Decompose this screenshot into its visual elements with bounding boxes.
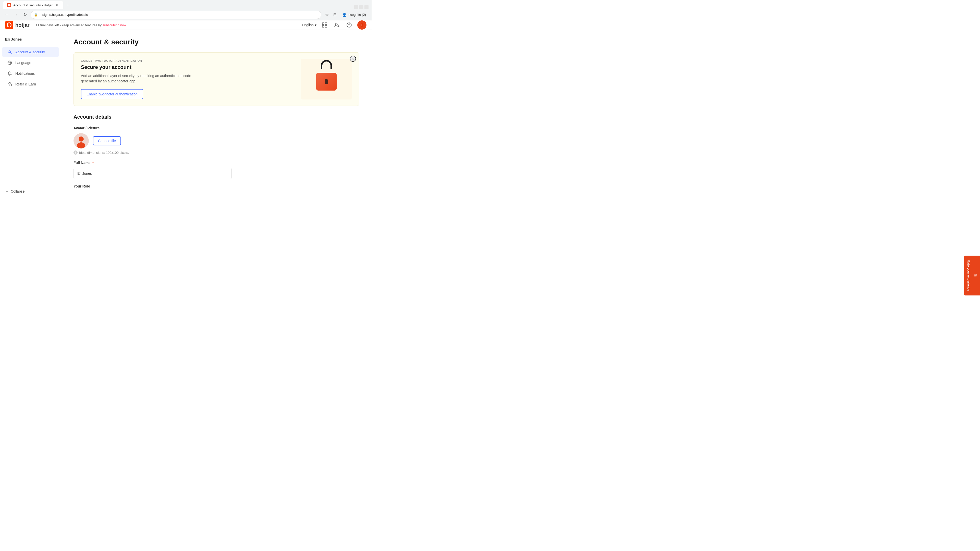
- subscribe-link[interactable]: subscribing now: [103, 23, 126, 27]
- lock-keyhole: [325, 79, 328, 84]
- sidebar-label-notifications: Notifications: [15, 71, 35, 76]
- active-tab[interactable]: Account & security - Hotjar ×: [3, 1, 63, 9]
- tab-favicon: [7, 3, 11, 7]
- sidebar-item-account-security[interactable]: Account & security: [2, 47, 59, 57]
- enable-2fa-button[interactable]: Enable two-factor authentication: [81, 89, 143, 99]
- role-label: Your Role: [73, 184, 360, 188]
- tfa-close-button[interactable]: ×: [350, 56, 356, 62]
- header-right: English ▾: [302, 21, 366, 30]
- hotjar-logo[interactable]: hotjar: [5, 21, 30, 29]
- hotjar-logo-icon: [5, 21, 13, 29]
- trial-notice: 11 trial days left - keep advanced featu…: [36, 23, 127, 27]
- add-user-button[interactable]: [333, 21, 341, 29]
- browser-toolbar: ← → ↻ 🔒 insights.hotjar.com/profile/deta…: [0, 9, 372, 21]
- back-button[interactable]: ←: [3, 11, 10, 18]
- close-button[interactable]: [364, 5, 369, 9]
- svg-rect-1: [5, 21, 13, 29]
- lang-chevron-icon: ▾: [315, 23, 317, 27]
- role-field-group: Your Role: [73, 184, 360, 188]
- avatar-field-group: Avatar / Picture Choose file: [73, 126, 360, 155]
- full-name-label: Full Name *: [73, 161, 360, 165]
- lock-body: [316, 73, 337, 91]
- forward-button[interactable]: →: [12, 11, 19, 18]
- incognito-button[interactable]: 👤 Incognito (2): [340, 12, 369, 18]
- tfa-tag: GUIDES: TWO-FACTOR AUTHENTICATION: [81, 59, 301, 62]
- incognito-label: Incognito (2): [348, 13, 366, 17]
- url-text: insights.hotjar.com/profile/details: [40, 13, 88, 17]
- svg-point-14: [79, 137, 84, 141]
- browser-titlebar: Account & security - Hotjar × + ← → ↻ 🔒 …: [0, 0, 372, 21]
- sidebar-item-language[interactable]: Language: [2, 58, 59, 68]
- lock-shackle: [321, 60, 332, 69]
- banner-left: hotjar 11 trial days left - keep advance…: [5, 21, 126, 29]
- sidebar-label-refer-earn: Refer & Earn: [15, 82, 36, 86]
- choose-file-button[interactable]: Choose file: [93, 136, 121, 145]
- notifications-icon: [7, 71, 12, 76]
- bookmark-button[interactable]: ☆: [323, 11, 331, 18]
- lock-icon: 🔒: [34, 13, 38, 17]
- new-tab-button[interactable]: +: [64, 2, 72, 9]
- svg-rect-2: [322, 23, 324, 24]
- tab-title: Account & security - Hotjar: [13, 3, 52, 7]
- lock-illustration: [316, 68, 337, 91]
- avatar-hint: i Ideal dimensions: 100x100 pixels.: [73, 151, 360, 155]
- sidebar-label-account-security: Account & security: [15, 50, 45, 54]
- tfa-heading: Secure your account: [81, 64, 301, 70]
- puzzle-icon: [322, 22, 328, 28]
- avatar-hint-text: Ideal dimensions: 100x100 pixels.: [79, 151, 129, 155]
- language-icon: [7, 60, 12, 65]
- svg-rect-4: [322, 25, 324, 27]
- full-name-field-group: Full Name *: [73, 161, 360, 179]
- avatar-label: Avatar / Picture: [73, 126, 360, 130]
- page-title: Account & security: [73, 38, 360, 46]
- help-icon: [346, 22, 352, 28]
- lock-graphic: [316, 68, 337, 91]
- integrations-button[interactable]: [321, 21, 329, 29]
- language-selector[interactable]: English ▾: [302, 23, 317, 27]
- app-wrapper: hotjar 11 trial days left - keep advance…: [0, 21, 372, 199]
- add-user-icon: [334, 22, 340, 28]
- toolbar-actions: ☆ ⊟ 👤 Incognito (2): [323, 11, 369, 18]
- full-name-input[interactable]: [73, 168, 232, 179]
- reload-button[interactable]: ↻: [21, 11, 29, 18]
- refer-earn-icon: [7, 82, 12, 87]
- sidebar-nav: Account & security Language: [0, 46, 61, 186]
- sidebar-item-notifications[interactable]: Notifications: [2, 68, 59, 79]
- svg-point-6: [335, 23, 337, 25]
- user-avatar[interactable]: E: [357, 21, 366, 30]
- sidebar-item-refer-earn[interactable]: Refer & Earn: [2, 79, 59, 89]
- top-banner: hotjar 11 trial days left - keep advance…: [0, 21, 372, 30]
- maximize-button[interactable]: [360, 5, 363, 9]
- avatar-default-icon: [73, 133, 89, 148]
- tab-close-button[interactable]: ×: [55, 3, 59, 7]
- svg-point-0: [8, 4, 11, 6]
- svg-rect-5: [325, 25, 327, 27]
- svg-point-15: [77, 142, 85, 148]
- tfa-description: Add an additional layer of security by r…: [81, 73, 204, 84]
- tab-bar: Account & security - Hotjar × +: [0, 0, 372, 9]
- collapse-arrow-icon: ←: [5, 189, 9, 193]
- avatar-section: Choose file: [73, 133, 360, 148]
- required-indicator: *: [92, 161, 94, 165]
- sidebar-label-language: Language: [15, 61, 31, 65]
- language-label: English: [302, 23, 313, 27]
- minimize-button[interactable]: [354, 5, 358, 9]
- collapse-button[interactable]: ← Collapse: [0, 186, 61, 197]
- account-details-section: Account details Avatar / Picture: [73, 114, 360, 188]
- sidebar: Eli Jones Account & security: [0, 30, 61, 202]
- info-icon: i: [73, 151, 78, 155]
- account-security-icon: [7, 49, 12, 55]
- svg-point-8: [349, 26, 349, 27]
- incognito-icon: 👤: [342, 13, 347, 17]
- tfa-content: GUIDES: TWO-FACTOR AUTHENTICATION Secure…: [81, 59, 301, 99]
- tfa-banner: GUIDES: TWO-FACTOR AUTHENTICATION Secure…: [73, 52, 360, 106]
- address-bar[interactable]: 🔒 insights.hotjar.com/profile/details: [30, 11, 321, 19]
- reader-view-button[interactable]: ⊟: [331, 11, 339, 18]
- collapse-label: Collapse: [11, 189, 24, 193]
- help-button[interactable]: [345, 21, 353, 29]
- account-details-title: Account details: [73, 114, 360, 120]
- avatar-preview: [73, 133, 89, 148]
- sidebar-user: Eli Jones: [0, 35, 61, 46]
- tfa-illustration: [301, 59, 352, 100]
- main-content: Account & security GUIDES: TWO-FACTOR AU…: [61, 30, 372, 202]
